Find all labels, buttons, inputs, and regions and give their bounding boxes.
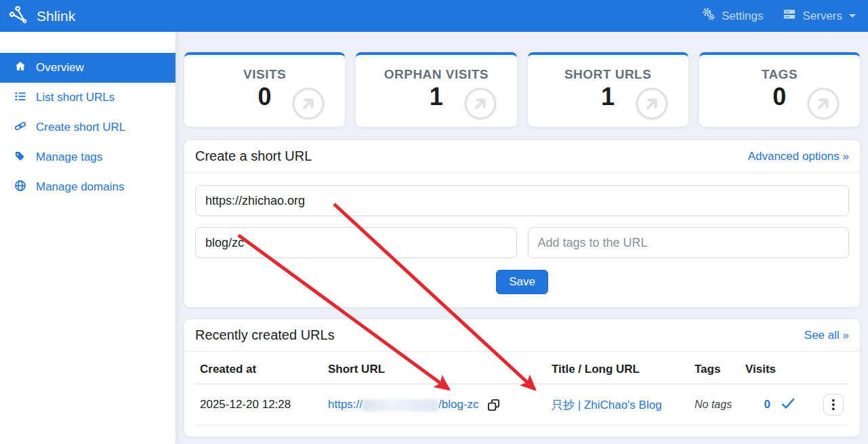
arrow-up-right-circle-icon — [806, 86, 841, 124]
long-url-title-link[interactable]: 只抄 | ZhiChao's Blog — [552, 399, 662, 411]
col-header-visits: Visits — [740, 356, 804, 384]
visits-count-link[interactable]: 0 — [764, 398, 770, 411]
col-header-tags: Tags — [689, 356, 740, 384]
long-url-input[interactable] — [195, 185, 849, 216]
recent-card-title: Recently created URLs — [195, 327, 335, 343]
col-header-created-at: Created at — [195, 356, 323, 384]
tags-input[interactable] — [528, 227, 850, 258]
row-menu-kebab-button[interactable] — [823, 394, 844, 416]
sidebar-item-overview[interactable]: Overview — [0, 53, 175, 83]
stats-row: VISITS 0 ORPHAN VISITS 1 SHORT URLS 1 — [184, 52, 860, 127]
col-header-actions — [804, 356, 849, 384]
app-title: Shlink — [37, 8, 75, 24]
advanced-options-link[interactable]: Advanced options » — [748, 150, 849, 163]
short-url-link[interactable]: https:///blog-zc — [328, 398, 479, 411]
see-all-link[interactable]: See all » — [804, 329, 849, 342]
arrow-up-right-circle-icon — [291, 86, 326, 124]
nav-servers-label: Servers — [802, 9, 842, 23]
stat-card-tags[interactable]: TAGS 0 — [699, 52, 860, 127]
recent-urls-table: Created at Short URL Title / Long URL Ta… — [195, 356, 849, 426]
sidebar-item-manage-tags[interactable]: Manage tags — [0, 142, 175, 172]
nav-settings-label: Settings — [722, 9, 763, 23]
created-at-cell: 2025-12-20 12:28 — [195, 384, 323, 426]
blurred-domain — [363, 399, 438, 411]
stat-label: SHORT URLS — [528, 67, 688, 82]
arrow-up-right-circle-icon — [634, 86, 669, 124]
top-navbar: Shlink Settings — [0, 0, 868, 32]
arrow-up-right-circle-icon — [463, 86, 498, 124]
main-content: VISITS 0 ORPHAN VISITS 1 SHORT URLS 1 — [175, 32, 868, 444]
stat-card-short-urls[interactable]: SHORT URLS 1 — [528, 52, 688, 127]
stat-card-visits[interactable]: VISITS 0 — [184, 52, 345, 127]
tags-cell: No tags — [695, 399, 732, 410]
stat-label: VISITS — [184, 67, 345, 82]
table-row: 2025-12-20 12:28 https:///blog-zc — [195, 384, 849, 426]
list-icon — [14, 89, 27, 106]
app-brand[interactable]: Shlink — [9, 6, 75, 26]
globe-icon — [14, 179, 27, 196]
col-header-title-long-url: Title / Long URL — [546, 356, 689, 384]
gears-icon — [701, 7, 716, 25]
tag-icon — [14, 149, 27, 166]
sidebar-item-label: Manage tags — [36, 150, 102, 164]
sidebar-item-list-short-urls[interactable]: List short URLs — [0, 83, 175, 113]
nav-servers-dropdown[interactable]: Servers — [782, 7, 856, 25]
sidebar-item-label: Manage domains — [36, 180, 124, 194]
chevron-down-icon — [849, 14, 856, 18]
create-short-url-card: Create a short URL Advanced options » Sa… — [184, 140, 860, 307]
sidebar: Overview List short URLs Create short UR… — [0, 32, 175, 444]
stat-label: ORPHAN VISITS — [356, 67, 516, 82]
shlink-scissors-logo-icon — [9, 6, 30, 26]
create-card-title: Create a short URL — [195, 148, 312, 164]
custom-slug-input[interactable] — [195, 227, 517, 258]
sidebar-item-create-short-url[interactable]: Create short URL — [0, 113, 175, 142]
copy-icon[interactable] — [487, 398, 501, 412]
recently-created-urls-card: Recently created URLs See all » Created … — [184, 319, 860, 437]
save-button[interactable]: Save — [496, 270, 548, 294]
link-icon — [14, 119, 27, 136]
sidebar-item-manage-domains[interactable]: Manage domains — [0, 172, 175, 202]
sidebar-item-label: Create short URL — [36, 121, 125, 134]
stat-label: TAGS — [699, 67, 860, 82]
home-icon — [14, 60, 27, 77]
sidebar-item-label: Overview — [36, 61, 84, 75]
servers-icon — [782, 7, 797, 25]
check-icon — [780, 395, 796, 415]
col-header-short-url: Short URL — [323, 356, 546, 384]
stat-card-orphan-visits[interactable]: ORPHAN VISITS 1 — [356, 52, 516, 127]
nav-settings[interactable]: Settings — [701, 7, 763, 25]
sidebar-item-label: List short URLs — [36, 91, 115, 104]
